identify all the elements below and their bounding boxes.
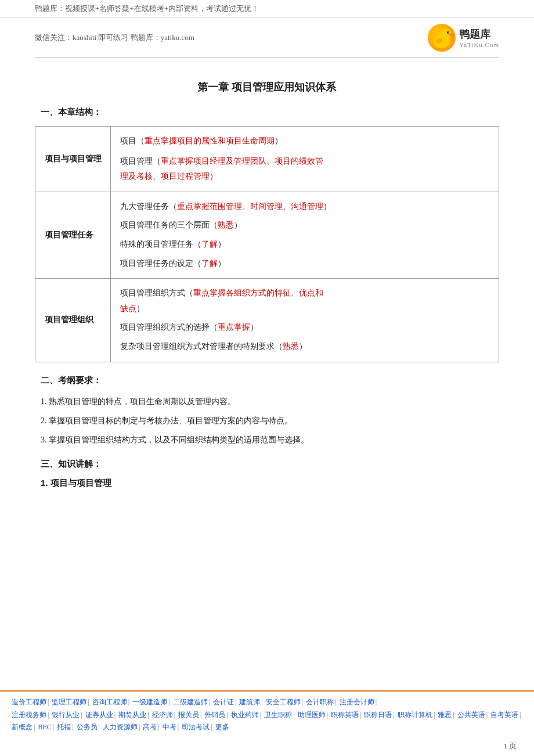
footer-link[interactable]: 公共英语 [457,711,485,719]
red-emphasis: 重点掌握项目的属性和项目生命周期 [145,136,275,145]
footer-link[interactable]: 一级建造师 [132,698,167,706]
header-area: 微信关注：kaoshiti 即可练习 鸭题库：yatiku.com 鸭题库 Ya… [0,18,534,57]
table-right-cell-3: 项目管理组织方式（重点掌握各组织方式的特征、优点和缺点） 项目管理组织方式的选择… [111,279,499,362]
footer-link[interactable]: 助理医师 [298,711,326,719]
table-line: 复杂项目管理组织方式对管理者的特别要求（熟悉） [120,339,489,355]
footer-link[interactable]: 银行从业 [52,711,80,719]
footer-link[interactable]: 造价工程师 [12,698,46,706]
footer-link[interactable]: 证券从业 [85,711,113,719]
main-content: 第一章 项目管理应用知识体系 一、本章结构： 项目与项目管理 项目（重点掌握项目… [0,58,534,541]
footer-link[interactable]: 会计职称 [306,698,334,706]
logo-cn: 鸭题库 [459,27,490,41]
footer-link[interactable]: 职称计算机 [398,711,432,719]
logo-area: 鸭题库 YaTiKu.Com [428,24,499,52]
table-right-cell-2: 九大管理任务（重点掌握范围管理、时间管理、沟通管理） 项目管理任务的三个层面（熟… [111,192,499,278]
red-emphasis: 重点掌握各组织方式的特征、优点和缺点 [120,289,323,313]
exam-item-1: 1. 熟悉项目管理的特点，项目生命周期以及管理内容。 [41,394,499,409]
footer-link[interactable]: 人力资源师 [103,723,138,731]
footer-link[interactable]: 外销员 [204,711,225,719]
red-emphasis: 了解 [201,240,218,249]
footer-link[interactable]: 更多 [215,723,229,731]
header-left-text: 微信关注：kaoshiti 即可练习 鸭题库：yatiku.com [35,33,194,43]
table-line: 特殊的项目管理任务（了解） [120,237,489,253]
logo-en: YaTiKu.Com [459,41,499,48]
exam-item-2: 2. 掌握项目管理目标的制定与考核办法、项目管理方案的内容与特点。 [41,413,499,428]
footer-link[interactable]: 建筑师 [239,698,260,706]
svg-point-2 [449,34,454,37]
top-banner: 鸭题库：视频授课+名师答疑+在线模考+内部资料，考试通过无忧！ [0,0,534,18]
table-left-cell-2: 项目管理任务 [35,192,111,278]
footer-link[interactable]: 职称英语 [331,711,359,719]
table-line: 九大管理任务（重点掌握范围管理、时间管理、沟通管理） [120,199,489,215]
table-line: 项目管理（重点掌握项目经理及管理团队、项目的绩效管理及考核、项目过程管理） [120,154,489,185]
table-line: 项目管理组织方式（重点掌握各组织方式的特征、优点和缺点） [120,286,489,316]
table-line: 项目管理组织方式的选择（重点掌握） [120,320,489,336]
page-number: 1 页 [503,741,517,751]
exam-item-3: 3. 掌握项目管理组织结构方式，以及不同组织结构类型的适用范围与选择。 [41,433,499,447]
red-emphasis: 熟悉 [283,342,299,351]
subsection1-title: 1. 项目与项目管理 [41,478,499,489]
footer-link[interactable]: 会计证 [213,698,234,706]
section1-title: 一、本章结构： [41,107,499,118]
footer-link[interactable]: 期货从业 [118,711,146,719]
red-emphasis: 重点掌握 [218,323,250,332]
footer-link[interactable]: BEC [38,723,51,731]
red-emphasis: 熟悉 [218,221,234,229]
table-left-cell-3: 项目管理组织 [35,279,111,362]
table-left-cell-1: 项目与项目管理 [35,127,111,192]
logo-text: 鸭题库 YaTiKu.Com [459,27,499,48]
banner-text: 鸭题库：视频授课+名师答疑+在线模考+内部资料，考试通过无忧！ [35,4,259,13]
footer-link[interactable]: 新概念 [12,723,33,731]
table-row: 项目管理组织 项目管理组织方式（重点掌握各组织方式的特征、优点和缺点） 项目管理… [35,279,499,362]
footer-link[interactable]: 职称日语 [364,711,392,719]
footer-link[interactable]: 雅思 [438,711,452,719]
table-line: 项目（重点掌握项目的属性和项目生命周期） [120,134,489,149]
footer-link[interactable]: 注册会计师 [340,698,374,706]
table-right-cell-1: 项目（重点掌握项目的属性和项目生命周期） 项目管理（重点掌握项目经理及管理团队、… [111,127,499,192]
footer-link[interactable]: 监理工程师 [52,698,86,706]
footer-link[interactable]: 安全工程师 [266,698,301,706]
section2-title: 二、考纲要求： [41,375,499,386]
footer-link[interactable]: 二级建造师 [173,698,208,706]
red-emphasis: 重点掌握范围管理、时间管理、沟通管理 [177,202,323,211]
chapter-title: 第一章 项目管理应用知识体系 [35,80,499,94]
footer-link[interactable]: 高考 [143,723,157,731]
table-row: 项目管理任务 九大管理任务（重点掌握范围管理、时间管理、沟通管理） 项目管理任务… [35,192,499,278]
structure-table: 项目与项目管理 项目（重点掌握项目的属性和项目生命周期） 项目管理（重点掌握项目… [35,126,499,362]
footer-link[interactable]: 司法考试 [182,723,210,731]
table-line: 项目管理任务的三个层面（熟悉） [120,218,489,233]
logo-duck-icon [428,24,456,52]
footer-link[interactable]: 咨询工程师 [92,698,127,706]
exam-requirements: 1. 熟悉项目管理的特点，项目生命周期以及管理内容。 2. 掌握项目管理目标的制… [41,394,499,448]
red-emphasis: 重点掌握项目经理及管理团队、项目的绩效管理及考核、项目过程管理 [120,157,323,181]
footer-link[interactable]: 托福 [57,723,71,731]
footer-link[interactable]: 公务员 [77,723,98,731]
section3-title: 三、知识讲解： [41,459,499,470]
footer-links: 造价工程师| 监理工程师| 咨询工程师| 一级建造师| 二级建造师| 会计证| … [0,690,534,737]
footer-link[interactable]: 自考英语 [490,711,518,719]
footer-link[interactable]: 经济师 [152,711,173,719]
footer-link[interactable]: 执业药师 [231,711,259,719]
footer-link[interactable]: 报关员 [178,711,199,719]
footer-link[interactable]: 注册税务师 [12,711,46,719]
table-row: 项目与项目管理 项目（重点掌握项目的属性和项目生命周期） 项目管理（重点掌握项目… [35,127,499,192]
svg-point-4 [448,32,449,33]
red-emphasis: 了解 [201,259,218,268]
svg-point-3 [447,31,449,34]
table-line: 项目管理任务的设定（了解） [120,256,489,272]
footer-link[interactable]: 中考 [163,723,176,731]
footer-link[interactable]: 卫生职称 [264,711,292,719]
